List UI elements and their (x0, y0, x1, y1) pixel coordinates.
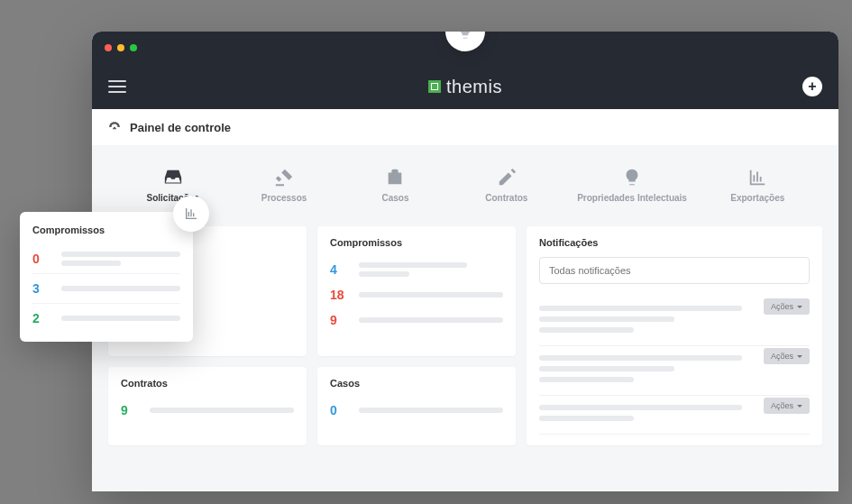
skeleton-lines (359, 317, 503, 323)
stat-value: 2 (32, 311, 52, 325)
quicklink-label: Casos (381, 193, 408, 204)
stat-value: 9 (330, 313, 350, 327)
card-compromissos: Compromissos 4 18 9 (317, 226, 516, 356)
quicklink-processos[interactable]: Processos (243, 168, 325, 204)
stat-row[interactable]: 9 (121, 398, 294, 423)
quicklink-label: Processos (261, 193, 307, 204)
card-title: Contratos (121, 378, 294, 389)
skeleton-lines (61, 286, 180, 291)
stat-row[interactable]: 0 (32, 244, 180, 274)
float-compromissos-card: Compromissos 0 3 2 (20, 212, 193, 342)
card-title: Notificações (539, 237, 810, 248)
notification-actions-button[interactable]: Ações (764, 298, 810, 315)
quicklink-propriedades[interactable]: Propriedades Intelectuais (577, 168, 687, 204)
topbar: themis + (92, 64, 838, 109)
quicklink-contratos[interactable]: Contratos (466, 168, 547, 204)
card-notificacoes: Notificações Ações Ações Ações (527, 226, 822, 445)
chart-icon (747, 168, 767, 188)
pencil-icon (497, 168, 517, 188)
skeleton-lines (359, 292, 503, 298)
bulb-icon (622, 168, 642, 188)
skeleton-lines (359, 262, 503, 277)
stat-value: 4 (330, 262, 350, 277)
chart-icon (184, 206, 198, 221)
card-title: Compromissos (32, 225, 180, 235)
stat-value: 3 (32, 281, 52, 296)
stat-row[interactable]: 9 (330, 307, 503, 333)
app-window: themis + Painel de controle Solicitações… (92, 32, 838, 491)
dashboard-grid: Compromissos 4 18 9 Notificações Ações (92, 226, 838, 462)
notification-item[interactable]: Ações (539, 396, 810, 435)
briefcase-icon (385, 168, 405, 188)
inbox-icon (163, 168, 183, 188)
gavel-icon (274, 168, 294, 188)
card-title: Casos (330, 378, 503, 389)
notification-actions-button[interactable]: Ações (764, 348, 810, 364)
quicklink-label: Propriedades Intelectuais (577, 193, 687, 204)
brand-name: themis (446, 77, 502, 97)
notifications-filter-input[interactable] (539, 257, 810, 284)
brand-mark-icon (428, 80, 441, 93)
window-close-dot[interactable] (105, 44, 112, 51)
skeleton-lines (359, 408, 503, 413)
card-title: Compromissos (330, 237, 503, 248)
notification-actions-button[interactable]: Ações (764, 398, 810, 414)
stat-row[interactable]: 4 (330, 257, 503, 282)
skeleton-lines (61, 316, 180, 321)
quicklink-casos[interactable]: Casos (354, 168, 435, 204)
quicklink-label: Exportações (730, 193, 784, 204)
notification-item[interactable]: Ações (539, 297, 810, 346)
float-chart-badge[interactable] (173, 196, 209, 232)
brand-logo: themis (428, 77, 502, 97)
notification-item[interactable]: Ações (539, 346, 810, 396)
stat-row[interactable]: 3 (32, 274, 180, 304)
add-button[interactable]: + (802, 77, 822, 96)
skeleton-lines (61, 252, 180, 266)
window-maximize-dot[interactable] (130, 44, 137, 51)
card-contratos: Contratos 9 (108, 367, 307, 446)
stat-value: 0 (32, 252, 52, 266)
stat-value: 9 (121, 403, 141, 417)
stat-row[interactable]: 0 (330, 398, 503, 423)
stat-row[interactable]: 2 (32, 304, 180, 333)
stat-value: 0 (330, 403, 350, 417)
bulb-icon (456, 32, 474, 41)
dashboard-icon (108, 121, 121, 133)
quicklink-label: Contratos (485, 193, 527, 204)
stat-value: 18 (330, 288, 350, 302)
page-title: Painel de controle (130, 121, 231, 134)
menu-toggle[interactable] (108, 80, 126, 93)
quicklink-exportacoes[interactable]: Exportações (717, 168, 798, 204)
window-minimize-dot[interactable] (117, 44, 124, 51)
breadcrumb: Painel de controle (92, 109, 838, 145)
card-casos: Casos 0 (317, 367, 516, 446)
stat-row[interactable]: 18 (330, 282, 503, 307)
skeleton-lines (150, 408, 294, 413)
